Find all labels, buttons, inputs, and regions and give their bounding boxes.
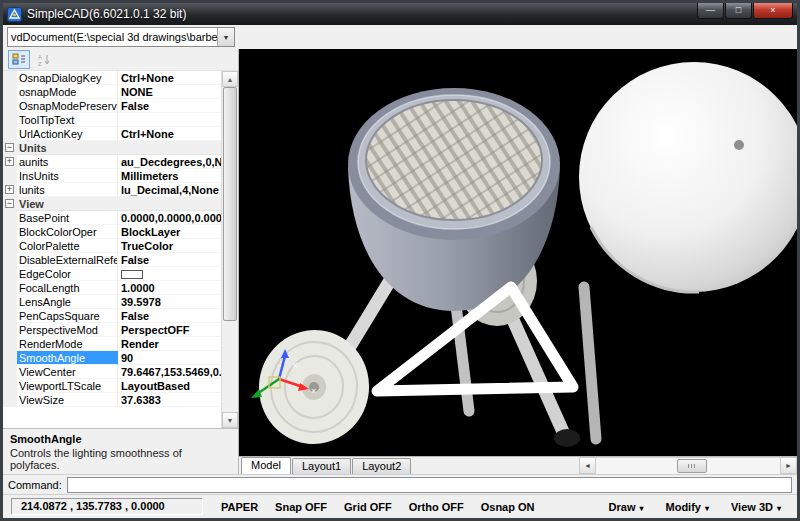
property-name[interactable]: LensAngle <box>17 295 118 309</box>
property-name[interactable]: BasePoint <box>17 211 118 225</box>
collapse-icon[interactable]: − <box>5 199 14 208</box>
vscroll-track[interactable] <box>222 87 238 412</box>
property-value[interactable]: PerspectOFF <box>118 323 221 337</box>
property-category-row[interactable]: −View <box>3 197 221 211</box>
property-name[interactable]: SmoothAngle <box>17 351 118 365</box>
tab-model[interactable]: Model <box>241 457 291 474</box>
property-name[interactable]: PenCapsSquare <box>17 309 118 323</box>
property-row[interactable]: OsnapModePreserveFalse <box>3 99 221 113</box>
property-value[interactable]: 0.0000,0.0000,0.000 <box>118 211 221 225</box>
property-value[interactable]: LayoutBased <box>118 379 221 393</box>
property-name[interactable]: lunits <box>17 183 118 197</box>
property-row[interactable]: ColorPaletteTrueColor <box>3 239 221 253</box>
color-swatch[interactable] <box>121 270 143 279</box>
document-combobox[interactable]: vdDocument(E:\special 3d drawings\barbec… <box>7 27 235 47</box>
property-name[interactable]: BlockColorOper <box>17 225 118 239</box>
property-name[interactable]: InsUnits <box>17 169 118 183</box>
horizontal-scrollbar[interactable]: ◄ ► <box>579 457 797 474</box>
property-name[interactable]: ViewCenter <box>17 365 118 379</box>
property-value[interactable] <box>118 267 221 281</box>
categorized-button[interactable] <box>8 50 30 69</box>
property-row[interactable]: PenCapsSquareFalse <box>3 309 221 323</box>
property-row[interactable]: EdgeColor <box>3 267 221 281</box>
expand-icon[interactable]: + <box>5 185 14 194</box>
property-row[interactable]: SmoothAngle90 <box>3 351 221 365</box>
alphabetical-sort-button[interactable]: A Z <box>33 50 55 69</box>
property-row[interactable]: BlockColorOperBlockLayer <box>3 225 221 239</box>
property-name[interactable]: ColorPalette <box>17 239 118 253</box>
property-name[interactable]: OsnapDialogKey <box>17 71 118 85</box>
menu-view-3d[interactable]: View 3D▾ <box>731 501 781 513</box>
property-value[interactable] <box>118 113 221 127</box>
property-name[interactable]: OsnapModePreserve <box>17 99 118 113</box>
minimize-button[interactable]: — <box>697 3 724 19</box>
property-row[interactable]: BasePoint0.0000,0.0000,0.000 <box>3 211 221 225</box>
command-input[interactable] <box>67 477 792 493</box>
property-row[interactable]: FocalLength1.0000 <box>3 281 221 295</box>
scroll-down-icon[interactable]: ▼ <box>222 412 238 428</box>
collapse-icon[interactable]: − <box>5 143 14 152</box>
property-value[interactable]: False <box>118 99 221 113</box>
property-name[interactable]: ViewSize <box>17 393 118 407</box>
property-value[interactable]: lu_Decimal,4,None <box>118 183 221 197</box>
property-value[interactable]: au_Decdegrees,0,No <box>118 155 221 169</box>
property-value[interactable]: BlockLayer <box>118 225 221 239</box>
title-bar[interactable]: SimpleCAD(6.6021.0.1 32 bit) — □ × <box>3 3 797 25</box>
property-category-row[interactable]: −Units <box>3 141 221 155</box>
scroll-left-icon[interactable]: ◄ <box>579 457 596 474</box>
menu-draw[interactable]: Draw▾ <box>609 501 644 513</box>
property-value[interactable]: TrueColor <box>118 239 221 253</box>
property-name[interactable]: View <box>17 197 221 211</box>
property-value[interactable]: Ctrl+None <box>118 127 221 141</box>
property-row[interactable]: +aunitsau_Decdegrees,0,No <box>3 155 221 169</box>
close-button[interactable]: × <box>753 3 793 19</box>
vertical-scrollbar[interactable]: ▲ ▼ <box>221 71 238 428</box>
property-row[interactable]: InsUnitsMillimeters <box>3 169 221 183</box>
property-row[interactable]: OsnapDialogKeyCtrl+None <box>3 71 221 85</box>
maximize-button[interactable]: □ <box>725 3 752 19</box>
status-toggle-snap-off[interactable]: Snap OFF <box>275 501 327 513</box>
expand-icon[interactable]: + <box>5 157 14 166</box>
property-value[interactable]: 39.5978 <box>118 295 221 309</box>
property-value[interactable]: Render <box>118 337 221 351</box>
status-toggle-osnap-on[interactable]: Osnap ON <box>481 501 535 513</box>
menu-modify[interactable]: Modify▾ <box>666 501 709 513</box>
property-row[interactable]: ViewSize37.6383 <box>3 393 221 407</box>
property-value[interactable]: Ctrl+None <box>118 71 221 85</box>
property-value[interactable]: 90 <box>118 351 221 365</box>
property-value[interactable]: 79.6467,153.5469,0. <box>118 365 221 379</box>
tab-layout2[interactable]: Layout2 <box>352 458 411 474</box>
property-name[interactable]: FocalLength <box>17 281 118 295</box>
property-name[interactable]: UrlActionKey <box>17 127 118 141</box>
property-value[interactable]: 1.0000 <box>118 281 221 295</box>
tab-layout1[interactable]: Layout1 <box>292 458 351 474</box>
property-name[interactable]: osnapMode <box>17 85 118 99</box>
property-row[interactable]: RenderModeRender <box>3 337 221 351</box>
property-value[interactable]: Millimeters <box>118 169 221 183</box>
property-name[interactable]: ViewportLTScale <box>17 379 118 393</box>
scroll-right-icon[interactable]: ► <box>780 457 797 474</box>
property-name[interactable]: PerspectiveMod <box>17 323 118 337</box>
property-row[interactable]: LensAngle39.5978 <box>3 295 221 309</box>
property-value[interactable]: False <box>118 309 221 323</box>
status-toggle-ortho-off[interactable]: Ortho OFF <box>409 501 464 513</box>
vscroll-thumb[interactable] <box>223 87 237 321</box>
property-row[interactable]: ViewportLTScaleLayoutBased <box>3 379 221 393</box>
property-name[interactable]: ToolTipText <box>17 113 118 127</box>
viewport-3d[interactable]: × × <box>239 49 797 456</box>
property-row[interactable]: ViewCenter79.6467,153.5469,0. <box>3 365 221 379</box>
scroll-up-icon[interactable]: ▲ <box>222 71 238 87</box>
property-value[interactable]: False <box>118 253 221 267</box>
property-row[interactable]: UrlActionKeyCtrl+None <box>3 127 221 141</box>
property-row[interactable]: +lunitslu_Decimal,4,None <box>3 183 221 197</box>
property-row[interactable]: osnapModeNONE <box>3 85 221 99</box>
property-row[interactable]: ToolTipText <box>3 113 221 127</box>
hscroll-thumb[interactable] <box>677 459 707 473</box>
property-value[interactable]: 37.6383 <box>118 393 221 407</box>
status-toggle-paper[interactable]: PAPER <box>221 501 258 513</box>
property-value[interactable]: NONE <box>118 85 221 99</box>
chevron-down-icon[interactable]: ▼ <box>217 28 234 46</box>
property-name[interactable]: EdgeColor <box>17 267 118 281</box>
status-toggle-grid-off[interactable]: Grid OFF <box>344 501 392 513</box>
property-name[interactable]: RenderMode <box>17 337 118 351</box>
